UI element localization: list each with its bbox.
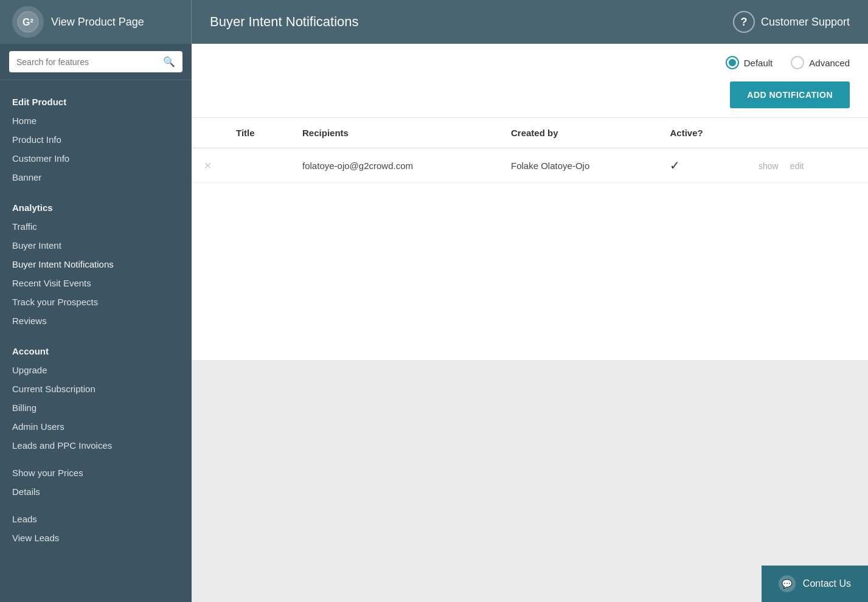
- customer-support-link[interactable]: ? Customer Support: [715, 11, 868, 33]
- search-container: 🔍: [0, 44, 192, 80]
- view-product-label: View Product Page: [51, 16, 144, 29]
- sidebar-item-reviews[interactable]: Reviews: [0, 311, 192, 330]
- radio-advanced-indicator: [791, 56, 804, 69]
- content-area: Default Advanced ADD NOTIFICATION Title: [192, 44, 868, 602]
- sidebar-section-account[interactable]: Account: [0, 339, 192, 361]
- svg-text:G²: G²: [23, 17, 33, 27]
- row-created-by-cell: Folake Olatoye-Ojo: [499, 148, 658, 183]
- sidebar-item-customer-info[interactable]: Customer Info: [0, 149, 192, 168]
- sidebar-item-track-prospects[interactable]: Track your Prospects: [0, 292, 192, 311]
- col-delete: [192, 118, 224, 148]
- sidebar-item-recent-visit-events[interactable]: Recent Visit Events: [0, 274, 192, 292]
- content-top: Default Advanced ADD NOTIFICATION: [192, 44, 868, 118]
- table-row: ✕ folatoye-ojo@g2crowd.com Folake Olatoy…: [192, 148, 868, 183]
- add-notification-button[interactable]: ADD NOTIFICATION: [730, 81, 850, 108]
- search-input[interactable]: [16, 57, 163, 67]
- col-created-by: Created by: [499, 118, 658, 148]
- sidebar-item-leads-ppc-invoices[interactable]: Leads and PPC Invoices: [0, 436, 192, 455]
- col-title: Title: [224, 118, 290, 148]
- delete-icon[interactable]: ✕: [204, 161, 212, 171]
- sidebar-item-buyer-intent[interactable]: Buyer Intent: [0, 236, 192, 255]
- radio-default[interactable]: Default: [726, 56, 773, 69]
- notifications-table-section: Title Recipients Created by Active? ✕ fo…: [192, 118, 868, 360]
- active-checkmark: ✓: [670, 159, 680, 172]
- sidebar-item-details[interactable]: Details: [0, 482, 192, 501]
- chat-icon: 💬: [779, 575, 796, 592]
- add-notification-row: ADD NOTIFICATION: [210, 81, 850, 108]
- contact-us-label: Contact Us: [803, 578, 851, 589]
- radio-advanced[interactable]: Advanced: [791, 56, 850, 69]
- radio-default-label: Default: [744, 58, 773, 68]
- col-recipients: Recipients: [290, 118, 499, 148]
- sidebar-section-analytics[interactable]: Analytics: [0, 195, 192, 217]
- row-active-cell: ✓: [658, 148, 746, 183]
- sidebar-item-current-subscription[interactable]: Current Subscription: [0, 379, 192, 398]
- page-title: Buyer Intent Notifications: [192, 14, 715, 30]
- g2-logo: G²: [12, 6, 44, 38]
- customer-support-label: Customer Support: [761, 16, 850, 29]
- sidebar-item-show-prices[interactable]: Show your Prices: [0, 463, 192, 482]
- row-title-cell: [224, 148, 290, 183]
- sidebar-item-leads[interactable]: Leads: [0, 510, 192, 528]
- sidebar-item-admin-users[interactable]: Admin Users: [0, 417, 192, 436]
- sidebar: 🔍 Edit Product Home Product Info Custome…: [0, 44, 192, 602]
- sidebar-section-edit-product[interactable]: Edit Product: [0, 89, 192, 111]
- sidebar-navigation: Edit Product Home Product Info Customer …: [0, 80, 192, 602]
- help-icon: ?: [733, 11, 755, 33]
- radio-default-inner: [729, 59, 736, 66]
- radio-options: Default Advanced: [210, 56, 850, 69]
- sidebar-item-billing[interactable]: Billing: [0, 398, 192, 417]
- row-recipients-cell: folatoye-ojo@g2crowd.com: [290, 148, 499, 183]
- sidebar-item-view-leads[interactable]: View Leads: [0, 528, 192, 547]
- sidebar-item-traffic[interactable]: Traffic: [0, 217, 192, 236]
- col-actions: [746, 118, 868, 148]
- sidebar-item-buyer-intent-notifications[interactable]: Buyer Intent Notifications: [0, 255, 192, 274]
- top-header: G² View Product Page Buyer Intent Notifi…: [0, 0, 868, 44]
- contact-us-button[interactable]: 💬 Contact Us: [762, 566, 868, 602]
- search-box: 🔍: [9, 51, 182, 72]
- sidebar-item-product-info[interactable]: Product Info: [0, 130, 192, 149]
- row-actions-cell: show edit: [746, 148, 868, 183]
- sidebar-item-banner[interactable]: Banner: [0, 168, 192, 187]
- row-delete-cell: ✕: [192, 148, 224, 183]
- search-icon: 🔍: [163, 56, 175, 67]
- sidebar-item-upgrade[interactable]: Upgrade: [0, 361, 192, 379]
- view-product-page-link[interactable]: G² View Product Page: [0, 0, 192, 44]
- show-action-link[interactable]: show: [759, 161, 779, 171]
- radio-advanced-label: Advanced: [809, 58, 850, 68]
- edit-action-link[interactable]: edit: [790, 161, 804, 171]
- notifications-table: Title Recipients Created by Active? ✕ fo…: [192, 118, 868, 183]
- table-header-row: Title Recipients Created by Active?: [192, 118, 868, 148]
- main-layout: 🔍 Edit Product Home Product Info Custome…: [0, 44, 868, 602]
- col-active: Active?: [658, 118, 746, 148]
- sidebar-item-home[interactable]: Home: [0, 111, 192, 130]
- radio-default-indicator: [726, 56, 739, 69]
